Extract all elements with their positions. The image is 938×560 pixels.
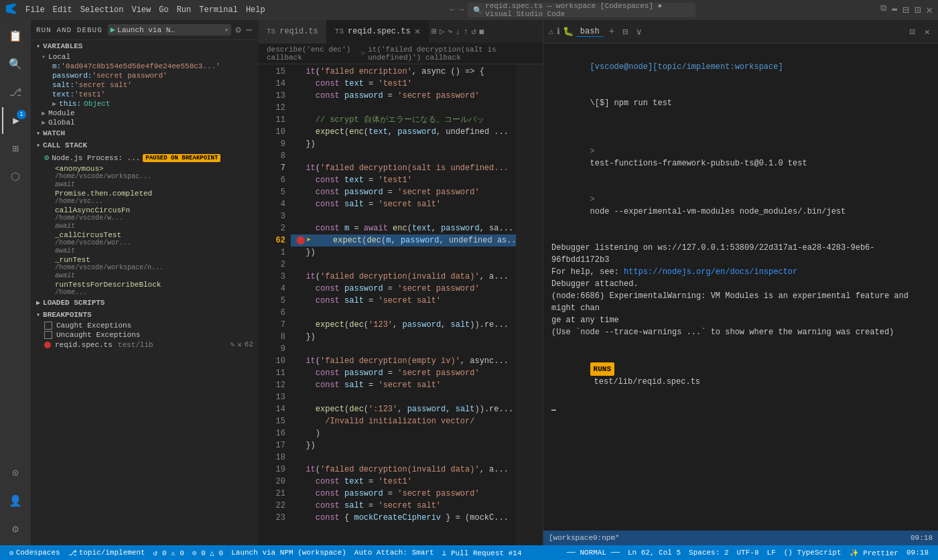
activity-extensions[interactable]: ⊞	[2, 135, 29, 162]
menu-file[interactable]: File	[25, 5, 45, 15]
activity-test[interactable]: ⬡	[2, 163, 29, 190]
global-arrow: ▶	[42, 119, 46, 127]
code-area[interactable]: it('failed encription', async () => { co…	[291, 64, 516, 545]
activity-debug[interactable]: ▶ 1	[2, 107, 29, 134]
status-encoding[interactable]: UTF-8	[733, 545, 763, 560]
status-codespaces[interactable]: ⊙ Codespaces	[5, 545, 64, 560]
process-item[interactable]: ⚙ Node.js Process: ... PAUSED ON BREAKPO…	[31, 151, 259, 164]
breakpoints-header[interactable]: ▾ BREAKPOINTS	[31, 309, 259, 321]
frame-0-fn: <anonymous>	[55, 165, 253, 173]
bp-edit-icon[interactable]: ✎	[230, 340, 235, 349]
title-center: ← → 🔍 reqid.spec.ts — workspace [Codespa…	[271, 3, 876, 17]
code-line-15: it('failed encription', async () => {	[291, 66, 516, 78]
terminal-split-icon[interactable]: ⊟	[620, 25, 630, 39]
frame-1[interactable]: Promise.then.completed /home/vsc...	[31, 189, 259, 206]
bp-caught-checkbox[interactable]	[44, 322, 52, 330]
terminal-more-icon[interactable]: ∨	[633, 25, 644, 39]
status-prettier[interactable]: ✨ Prettier	[846, 545, 902, 560]
terminal-content[interactable]: [vscode@node][topic/implement:workspace]…	[543, 44, 938, 531]
local-group[interactable]: ▾ Local	[31, 52, 259, 62]
bp-caught-exceptions[interactable]: Caught Exceptions	[31, 321, 259, 330]
bp-file-item[interactable]: reqid.spec.ts test/lib ✎ ✕ 62	[31, 340, 259, 350]
activity-remote[interactable]: ⊙	[2, 460, 29, 486]
terminal-header: ⚠ ℹ 🐛 bash + ⊟ ∨ ⊡ ✕	[543, 20, 938, 44]
window-controls: ⧉ ▬ ⊟ ⊡ ✕	[880, 3, 933, 17]
errors-label: ↺ 0 ⚠ 0	[153, 549, 184, 557]
step-over-icon[interactable]: ↷	[448, 26, 453, 37]
main-layout: 📋 🔍 ⎇ ▶ 1 ⊞ ⬡ ⊙ 👤 ⚙ RUN AND DEBUG ▶ Laun…	[0, 20, 938, 545]
loaded-scripts-header[interactable]: ▶ LOADED SCRIPTS	[31, 297, 259, 309]
bp-uncaught-exceptions[interactable]: Uncaught Exceptions	[31, 330, 259, 340]
menu-edit[interactable]: Edit	[53, 5, 72, 15]
tab-reqid-spec-ts[interactable]: TS reqid.spec.ts ✕	[327, 20, 429, 44]
frame-3[interactable]: _callCircusTest /home/vscode/wor...	[31, 230, 259, 247]
breadcrumb-part0[interactable]: describe('enc dec') callback	[267, 46, 358, 62]
debug-settings-icon[interactable]: ⚙	[234, 23, 242, 37]
global-group[interactable]: ▶ Global	[31, 118, 259, 127]
menu-run[interactable]: Run	[177, 5, 192, 15]
terminal-tab[interactable]: bash	[576, 27, 604, 37]
term-link[interactable]: https://nodejs.org/en/docs/inspector	[624, 267, 797, 277]
activity-accounts[interactable]: 👤	[2, 488, 29, 514]
frame-5[interactable]: runTestsForDescribeBlock /home...	[31, 280, 259, 297]
status-errors[interactable]: ↺ 0 ⚠ 0	[149, 545, 188, 560]
activity-search[interactable]: 🔍	[2, 51, 29, 78]
nav-back-button[interactable]: ←	[450, 5, 455, 15]
status-eol[interactable]: LF	[763, 545, 780, 560]
tab-reqid-ts[interactable]: TS reqid.ts	[259, 20, 327, 44]
run-icon[interactable]: ▷	[440, 26, 445, 37]
stop-icon[interactable]: ◼	[479, 26, 484, 37]
step-into-icon[interactable]: ↓	[456, 27, 461, 37]
status-pr[interactable]: ⟂ Pull Request #14	[438, 545, 526, 560]
bp-uncaught-checkbox[interactable]	[44, 331, 52, 339]
split-icon[interactable]: ⧉	[880, 3, 886, 17]
spaces-label: Spaces: 2	[689, 549, 728, 557]
code-line-16e: )	[291, 427, 516, 439]
close-icon[interactable]: ✕	[926, 3, 933, 17]
breadcrumb-part1[interactable]: it('failed decryption(salt is undefined)…	[368, 46, 535, 62]
panel-maximize-icon[interactable]: ⊡	[907, 25, 917, 39]
prettier-label: ✨ Prettier	[850, 549, 898, 557]
status-position[interactable]: Ln 62, Col 5	[624, 545, 685, 560]
variables-section-header[interactable]: ▾ VARIABLES	[31, 40, 259, 52]
step-out-icon[interactable]: ↑	[463, 27, 468, 37]
menu-selection[interactable]: Selection	[80, 5, 124, 15]
bp-remove-icon[interactable]: ✕	[237, 340, 242, 349]
module-group[interactable]: ▶ Module	[31, 109, 259, 118]
menu-terminal[interactable]: Terminal	[199, 5, 238, 15]
branch-label: topic/implement	[79, 549, 145, 557]
term-line-7: (node:6686) ExperimentalWarning: VM Modu…	[551, 290, 930, 314]
call-stack-arrow: ▾	[36, 141, 40, 149]
split-editor-icon[interactable]: ⊞	[431, 26, 437, 37]
menu-go[interactable]: Go	[159, 5, 168, 15]
sidebar-toggle-icon[interactable]: ▬	[892, 3, 897, 17]
minimize-icon[interactable]: ⊟	[902, 3, 909, 17]
restart-icon[interactable]: ↺	[471, 26, 476, 37]
activity-explorer[interactable]: 📋	[2, 23, 29, 50]
activity-source-control[interactable]: ⎇	[2, 79, 29, 106]
nav-forward-button[interactable]: →	[459, 5, 464, 15]
debug-config-select[interactable]: ▶ Launch via N… ▾	[108, 24, 231, 36]
terminal-add-icon[interactable]: +	[606, 25, 617, 38]
status-language[interactable]: () TypeScript	[780, 545, 846, 560]
menu-view[interactable]: View	[131, 5, 151, 15]
frame-4[interactable]: _runTest /home/vscode/workspace/n...	[31, 255, 259, 272]
var-this[interactable]: ▶ this: Object	[31, 99, 259, 109]
frame-2[interactable]: callAsyncCircusFn /home/vscode/w...	[31, 206, 259, 222]
status-spaces[interactable]: Spaces: 2	[685, 545, 732, 560]
search-bar[interactable]: 🔍 reqid.spec.ts — workspace [Codespaces]…	[468, 3, 695, 17]
panel-close-icon[interactable]: ✕	[922, 25, 933, 39]
status-auto-attach[interactable]: Auto Attach: Smart	[350, 545, 438, 560]
call-stack-header[interactable]: ▾ CALL STACK	[31, 139, 259, 151]
watch-section-header[interactable]: ▾ WATCH	[31, 127, 259, 139]
this-key: this:	[59, 100, 81, 108]
menu-help[interactable]: Help	[246, 5, 265, 15]
status-branch[interactable]: ⎇ topic/implement	[64, 545, 149, 560]
status-info[interactable]: ⊙ 0 △ 0	[188, 545, 227, 560]
frame-0[interactable]: <anonymous> /home/vscode/workspac...	[31, 164, 259, 181]
status-launch[interactable]: Launch via NPM (workspace)	[227, 545, 350, 560]
maximize-icon[interactable]: ⊡	[915, 3, 921, 17]
debug-more-icon[interactable]: ⋯	[245, 23, 253, 37]
activity-settings[interactable]: ⚙	[2, 516, 29, 543]
tab-spec-close[interactable]: ✕	[415, 25, 420, 37]
